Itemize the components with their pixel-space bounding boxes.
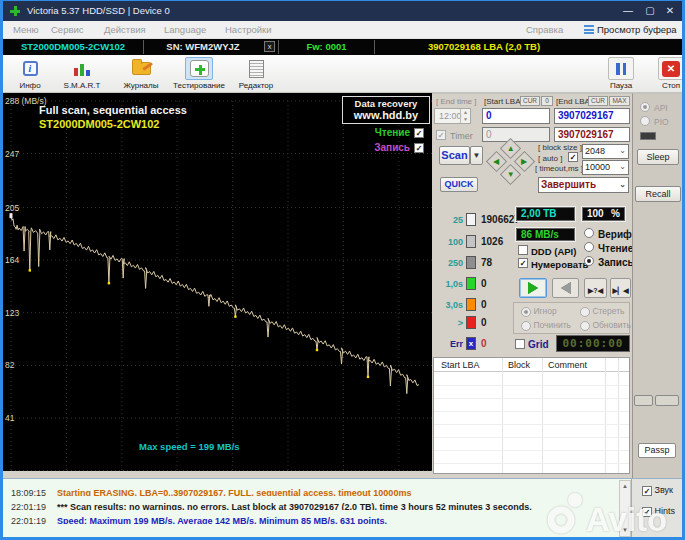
end-lba-input[interactable]: 3907029167 xyxy=(554,108,630,124)
start-button[interactable] xyxy=(519,278,547,298)
scan-button[interactable]: Scan xyxy=(439,146,470,165)
buffer-view-button[interactable]: Просмотр буфера xyxy=(597,24,677,35)
end-lba-max-button[interactable]: MAX xyxy=(609,96,630,106)
log-rows: 18:09:15Starting ERASING, LBA=0..3907029… xyxy=(3,482,615,524)
ignore-option[interactable]: Игнор xyxy=(521,306,557,317)
read-checkbox[interactable]: ✓ xyxy=(414,128,424,138)
menu-service[interactable]: Сервис xyxy=(51,24,84,35)
speed-led: 86 MB/s xyxy=(516,228,575,241)
read-radio[interactable] xyxy=(584,242,594,252)
end-time-spinner[interactable]: 12:00 ▲ ▼ xyxy=(434,108,471,124)
menu-language[interactable]: Language xyxy=(164,24,206,35)
write-checkbox[interactable]: ✓ xyxy=(414,143,424,153)
start-lba-label: [Start LBA] xyxy=(484,97,523,106)
refresh-option[interactable]: Обновить xyxy=(580,320,631,331)
close-button[interactable]: ✕ xyxy=(660,1,680,20)
back-button[interactable] xyxy=(552,278,579,298)
toolbar-testing-button[interactable]: Тестирование xyxy=(168,57,230,92)
erase-option[interactable]: Стереть xyxy=(580,306,625,317)
counter-color-block xyxy=(466,298,476,311)
defect-table-row xyxy=(434,451,629,464)
spin-down-icon[interactable]: ▼ xyxy=(460,116,470,123)
seek-down-button[interactable]: ▼ xyxy=(500,164,521,185)
grid-checkbox[interactable] xyxy=(515,339,525,349)
legend-read: Чтение ✓ xyxy=(375,127,424,138)
small-button-1[interactable] xyxy=(634,395,653,406)
graph-subtitle: ST2000DM005-2CW102 xyxy=(39,118,159,130)
col-block: Block xyxy=(508,360,530,370)
seek-end-button[interactable]: ▶▏◀ xyxy=(610,278,631,298)
seek-error-icon: ▶?◀ xyxy=(588,287,603,294)
testing-cross-icon xyxy=(185,57,213,80)
serial-x-flag[interactable]: x xyxy=(264,41,275,52)
hints-option[interactable]: ✓ Hints xyxy=(642,506,675,517)
smart-bars-icon xyxy=(68,57,96,80)
counter-row-2: 1001026 xyxy=(436,232,503,245)
toolbar-pause-button[interactable]: Пауза xyxy=(594,57,648,92)
menu-actions[interactable]: Действия xyxy=(104,24,146,35)
passport-button[interactable]: Passp xyxy=(638,443,676,458)
sleep-button[interactable]: Sleep xyxy=(637,149,679,165)
control-panel: [ End time ] [Start LBA] CUR 0 [End LBA]… xyxy=(432,93,632,478)
counter-color-block xyxy=(466,256,476,269)
scan-curve-svg: 288 (MB/s)24720516412382410267G533G800G1… xyxy=(3,93,432,471)
end-lba-cur-button[interactable]: CUR xyxy=(588,96,608,106)
defect-table[interactable]: Start LBA Block Comment xyxy=(433,357,630,474)
drive-model: ST2000DM005-2CW102 xyxy=(3,41,143,52)
toolbar-stop-button[interactable]: ✕ Стоп xyxy=(644,57,685,92)
scroll-up-icon[interactable]: ▲ xyxy=(620,482,630,491)
maximize-button[interactable]: ▢ xyxy=(640,1,660,20)
after-scan-action-select[interactable]: Завершить⌄ xyxy=(538,177,629,193)
timer-label: Timer xyxy=(450,131,473,141)
block-size-select[interactable]: 2048⌄ xyxy=(582,144,629,159)
toolbar-info-button[interactable]: i Инфо xyxy=(3,57,57,92)
end-lba-input-2[interactable]: 3907029167 xyxy=(554,127,630,142)
victoria-window: Victoria 5.37 HDD/SSD | Device 0 — ▢ ✕ М… xyxy=(0,0,685,540)
col-comment: Comment xyxy=(548,360,587,370)
defect-table-row xyxy=(434,425,629,438)
sound-option[interactable]: ✓ Звук xyxy=(642,485,673,496)
menu-main[interactable]: Меню xyxy=(13,24,39,35)
api-radio[interactable] xyxy=(640,102,650,112)
toolbar-smart-button[interactable]: S.M.A.R.T xyxy=(55,57,109,92)
capacity-led: 2,00 TB xyxy=(516,207,575,221)
timeout-select[interactable]: 10000⌄ xyxy=(582,160,629,175)
block-size-label: [ block size ] xyxy=(538,143,582,152)
pause-icon xyxy=(608,57,634,80)
start-lba-zero-button[interactable]: 0 xyxy=(541,96,553,106)
scroll-down-icon[interactable]: ▼ xyxy=(620,526,630,535)
svg-text:164: 164 xyxy=(5,255,19,265)
recall-button[interactable]: Recall xyxy=(635,186,681,202)
ddd-api-checkbox[interactable] xyxy=(518,245,528,255)
small-button-2[interactable] xyxy=(655,395,679,406)
svg-text:41: 41 xyxy=(5,413,15,423)
menu-help[interactable]: Справка xyxy=(526,24,563,35)
seek-error-button[interactable]: ▶?◀ xyxy=(584,278,607,298)
enumerate-checkbox[interactable]: ✓ xyxy=(518,258,528,268)
auto-checkbox[interactable]: ✓ xyxy=(568,152,578,162)
toolbar-logs-button[interactable]: Журналы xyxy=(114,57,168,92)
auto-label: [ auto ] xyxy=(538,154,562,163)
log-scrollbar[interactable]: ▲ ▼ xyxy=(619,480,631,537)
pio-radio[interactable] xyxy=(640,116,650,126)
spin-up-icon[interactable]: ▲ xyxy=(460,109,470,116)
seek-right-button[interactable]: ▶ xyxy=(514,151,535,172)
sound-checkbox[interactable]: ✓ xyxy=(642,486,652,496)
toolbar-editor-button[interactable]: Редактор xyxy=(229,57,283,92)
end-time-label: [ End time ] xyxy=(436,97,476,106)
start-lba-cur-button[interactable]: CUR xyxy=(520,96,540,106)
ddd-api-label: DDD (API) xyxy=(531,246,576,257)
info-icon: i xyxy=(16,57,44,80)
repair-option[interactable]: Починить xyxy=(521,320,571,331)
minimize-button[interactable]: — xyxy=(618,1,638,20)
log-row: 22:01:19*** Scan results: no warnings, n… xyxy=(3,496,615,510)
menu-settings[interactable]: Настройки xyxy=(225,24,272,35)
hints-checkbox[interactable]: ✓ xyxy=(642,507,652,517)
folder-icon xyxy=(127,57,155,80)
timer-checkbox[interactable]: ✓ xyxy=(436,130,446,140)
verify-radio[interactable] xyxy=(584,228,594,238)
scan-dropdown-button[interactable]: ▼ xyxy=(470,146,483,165)
legend-write: Запись ✓ xyxy=(374,142,424,153)
quick-button[interactable]: QUICK xyxy=(440,177,478,192)
start-lba-input[interactable]: 0 xyxy=(482,108,550,124)
